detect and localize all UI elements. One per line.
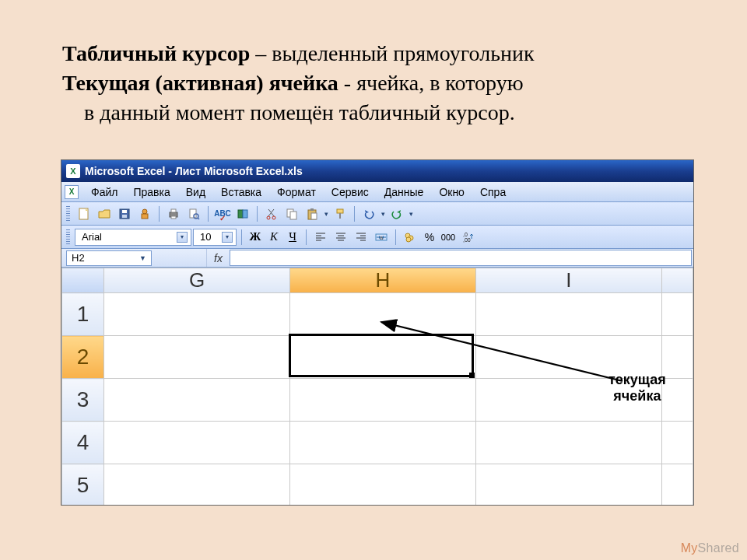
svg-point-16 xyxy=(267,216,270,219)
menubar: X Файл Правка Вид Вставка Формат Сервис … xyxy=(61,182,693,202)
align-right-icon[interactable] xyxy=(352,228,370,247)
fx-icon[interactable]: fx xyxy=(206,249,230,267)
font-name-value: Arial xyxy=(82,231,102,243)
align-left-icon[interactable] xyxy=(311,228,330,247)
cell-J5[interactable] xyxy=(661,464,693,506)
doc-control-icon[interactable]: X xyxy=(65,185,79,199)
save-icon[interactable] xyxy=(115,205,134,223)
preview-icon[interactable] xyxy=(184,205,203,223)
spellcheck-icon[interactable]: ABC✓ xyxy=(213,205,232,223)
cell-H2[interactable] xyxy=(290,336,476,379)
menu-help[interactable]: Спра xyxy=(472,183,514,201)
menu-format[interactable]: Формат xyxy=(269,183,324,201)
currency-icon[interactable] xyxy=(401,228,419,247)
print-icon[interactable] xyxy=(164,205,183,223)
svg-point-41 xyxy=(406,237,411,242)
redo-dropdown-icon[interactable]: ▾ xyxy=(408,210,414,218)
formula-bar-row: H2 ▼ fx xyxy=(61,249,693,268)
svg-rect-22 xyxy=(311,213,317,219)
cell-H5[interactable] xyxy=(290,464,476,506)
watermark-my: My xyxy=(681,541,698,555)
format-painter-icon[interactable] xyxy=(331,205,349,223)
align-center-icon[interactable] xyxy=(331,228,350,247)
formula-input[interactable] xyxy=(230,250,692,266)
underline-button[interactable]: Ч xyxy=(284,229,301,246)
italic-button[interactable]: К xyxy=(265,229,282,246)
cell-I1[interactable] xyxy=(475,293,661,336)
cell-J4[interactable] xyxy=(661,422,693,464)
standard-toolbar: ABC✓ ▾ ▾ ▾ xyxy=(61,202,693,226)
col-header-G[interactable]: G xyxy=(104,268,290,293)
menu-tools[interactable]: Сервис xyxy=(324,183,377,201)
thousands-button[interactable]: 000 xyxy=(440,229,457,246)
row-header-5[interactable]: 5 xyxy=(62,464,104,506)
toolbar-separator xyxy=(159,206,160,222)
cell-H3[interactable] xyxy=(290,379,476,422)
svg-point-17 xyxy=(272,216,275,219)
select-all-corner[interactable] xyxy=(62,268,104,293)
chevron-down-icon[interactable]: ▾ xyxy=(222,232,233,243)
svg-rect-3 xyxy=(122,215,127,218)
font-name-combo[interactable]: Arial ▾ xyxy=(75,229,191,246)
row-header-4[interactable]: 4 xyxy=(62,422,104,464)
row-header-2[interactable]: 2 xyxy=(62,336,104,379)
research-icon[interactable] xyxy=(233,205,252,223)
callout-line2: ячейка xyxy=(608,388,666,404)
open-icon[interactable] xyxy=(95,205,114,223)
cell-H1[interactable] xyxy=(290,293,476,336)
cell-J1[interactable] xyxy=(661,293,693,336)
menu-edit[interactable]: Правка xyxy=(125,183,177,201)
name-box-value: H2 xyxy=(72,252,85,264)
svg-text:,0: ,0 xyxy=(463,232,468,237)
cell-J3[interactable] xyxy=(661,379,693,422)
new-icon[interactable] xyxy=(75,205,93,223)
spreadsheet-grid[interactable]: G H I 1 2 3 xyxy=(61,268,693,506)
undo-icon[interactable] xyxy=(359,205,378,223)
svg-rect-23 xyxy=(337,209,343,213)
cell-G4[interactable] xyxy=(104,422,290,464)
menu-view[interactable]: Вид xyxy=(178,183,213,201)
paste-dropdown-icon[interactable]: ▾ xyxy=(323,210,329,218)
menu-window[interactable]: Окно xyxy=(431,183,472,201)
cell-I5[interactable] xyxy=(475,464,661,506)
chevron-down-icon[interactable]: ▾ xyxy=(177,232,188,243)
menu-file[interactable]: Файл xyxy=(83,183,125,201)
cell-G2[interactable] xyxy=(104,336,290,379)
svg-rect-19 xyxy=(290,212,296,219)
col-header-I[interactable]: I xyxy=(475,268,661,293)
excel-window: X Microsoft Excel - Лист Microsoft Excel… xyxy=(61,159,694,506)
slide-text: Табличный курсор – выделенный прямоуголь… xyxy=(0,0,747,142)
row-header-1[interactable]: 1 xyxy=(62,293,104,336)
permission-icon[interactable] xyxy=(135,205,154,223)
toolbar-grip-icon[interactable] xyxy=(66,229,70,245)
menu-data[interactable]: Данные xyxy=(377,183,432,201)
svg-line-11 xyxy=(198,218,199,219)
chevron-down-icon[interactable]: ▼ xyxy=(139,254,146,262)
window-title: Microsoft Excel - Лист Microsoft Excel.x… xyxy=(85,165,303,177)
merge-center-icon[interactable]: a xyxy=(372,228,391,247)
cell-G3[interactable] xyxy=(104,379,290,422)
col-header-next[interactable] xyxy=(661,268,693,293)
toolbar-grip-icon[interactable] xyxy=(66,206,70,222)
redo-icon[interactable] xyxy=(388,205,406,223)
menu-insert[interactable]: Вставка xyxy=(213,183,269,201)
font-size-combo[interactable]: 10 ▾ xyxy=(193,229,237,246)
cell-G1[interactable] xyxy=(104,293,290,336)
cell-H4[interactable] xyxy=(290,422,476,464)
formatting-toolbar: Arial ▾ 10 ▾ Ж К Ч a % 000 ,0,00 xyxy=(61,226,693,249)
cell-G5[interactable] xyxy=(104,464,290,506)
copy-icon[interactable] xyxy=(282,205,301,223)
def2a: - ячейка, в которую xyxy=(338,71,524,95)
cell-J2[interactable] xyxy=(661,336,693,379)
paste-icon[interactable] xyxy=(303,205,321,223)
cell-I4[interactable] xyxy=(475,422,661,464)
undo-dropdown-icon[interactable]: ▾ xyxy=(380,210,386,218)
bold-button[interactable]: Ж xyxy=(247,229,264,246)
decimal-inc-icon[interactable]: ,0,00 xyxy=(458,228,477,247)
svg-rect-5 xyxy=(142,214,148,219)
col-header-H[interactable]: H xyxy=(290,268,476,293)
name-box[interactable]: H2 ▼ xyxy=(66,250,152,266)
row-header-3[interactable]: 3 xyxy=(62,379,104,422)
cut-icon[interactable] xyxy=(262,205,281,223)
percent-button[interactable]: % xyxy=(421,229,438,246)
